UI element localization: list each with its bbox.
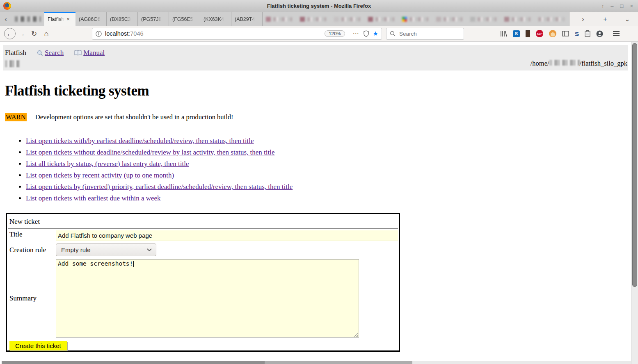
tab-close-icon[interactable]: × <box>66 16 70 22</box>
urlbar-actions: 120% ⋯ ★ <box>325 30 378 38</box>
scrollbar-thumb[interactable] <box>632 43 637 287</box>
chevron-down-icon <box>147 248 152 252</box>
tab-scroll-right-icon[interactable]: › <box>572 16 594 23</box>
divider <box>8 228 398 229</box>
warning-row: WARN Development options are set that sh… <box>5 113 233 121</box>
forward-button[interactable]: → <box>16 30 28 37</box>
tab-label: Flatfish <box>48 16 64 22</box>
favicon-redacted <box>402 17 407 22</box>
tab-ticket-3[interactable]: (PG57J8 <box>138 12 169 26</box>
site-info-icon[interactable] <box>96 31 102 37</box>
nav-link-label: Manual <box>83 49 105 57</box>
home-button[interactable]: ⌂ <box>40 30 53 37</box>
ticket-query-link[interactable]: List open tickets without deadline/sched… <box>26 148 275 156</box>
tab-redacted[interactable] <box>399 12 433 26</box>
tab-scroll-left-icon[interactable]: ‹ <box>0 12 11 26</box>
strip-segment <box>265 361 412 364</box>
window-titlebar: Flatfish ticketing system - Mozilla Fire… <box>0 0 638 12</box>
summary-label: Summary <box>8 294 56 303</box>
tab-redacted[interactable] <box>467 12 501 26</box>
window-close-icon[interactable]: × <box>630 3 633 9</box>
ticket-query-link[interactable]: List open tickets with earliest due with… <box>26 194 161 202</box>
page-actions-icon[interactable]: ⋯ <box>353 30 359 37</box>
window-maximize-icon[interactable]: □ <box>620 3 624 9</box>
tabs-menu-icon[interactable]: ⌄ <box>616 15 638 23</box>
addon-s-square-icon[interactable]: S <box>513 30 520 37</box>
ticket-query-link[interactable]: List open tickets by recent activity (up… <box>26 171 174 179</box>
bookmark-star-icon[interactable]: ★ <box>373 30 378 37</box>
library-icon[interactable] <box>500 30 507 37</box>
window-minimize-icon[interactable]: – <box>611 3 613 9</box>
clipboard-icon[interactable] <box>585 30 590 37</box>
zoom-indicator[interactable]: 120% <box>325 30 345 37</box>
back-icon: ← <box>7 30 14 37</box>
tracking-shield-icon[interactable] <box>363 30 369 37</box>
title-label: Title <box>8 230 56 239</box>
search-input[interactable] <box>398 30 452 37</box>
strip-segment <box>412 361 638 364</box>
search-icon <box>390 31 396 36</box>
tab-redacted[interactable] <box>331 12 365 26</box>
redacted-tab-label <box>444 17 462 21</box>
toolbar-addons: S ABP S <box>500 30 620 37</box>
url-port: :7046 <box>128 30 143 37</box>
url-text: localhost:7046 <box>105 30 144 37</box>
strip-segment <box>2 361 265 364</box>
ticket-query-link[interactable]: List all tickets by status, (reverse) la… <box>26 160 189 168</box>
adblock-plus-icon[interactable]: ABP <box>536 30 543 37</box>
summary-textarea[interactable]: Add some screenshots! <box>56 259 359 338</box>
path-suffix: /flatfish_silo_gpk <box>580 59 627 67</box>
tab-ticket-1[interactable]: (AG86G6 <box>75 12 107 26</box>
tab-redacted[interactable] <box>535 12 569 26</box>
tab-label: (KX63K4 <box>204 16 224 22</box>
ticket-query-link[interactable]: List open tickets by (inverted) priority… <box>26 183 293 191</box>
ticket-query-list: List open tickets with/by earliest deadl… <box>5 135 293 204</box>
title-input[interactable] <box>56 230 398 241</box>
favicon-redacted <box>504 17 509 22</box>
creation-rule-select[interactable]: Empty rule <box>56 243 156 256</box>
tab-label: (FG56E5 <box>172 16 193 22</box>
addon-brown-icon[interactable] <box>526 30 530 37</box>
list-item: List open tickets by (inverted) priority… <box>26 181 293 193</box>
account-icon[interactable] <box>596 30 603 37</box>
tab-ticket-5[interactable]: (KX63K4 <box>200 12 231 26</box>
addon-s-letter-icon[interactable]: S <box>575 30 579 37</box>
favicon-redacted <box>436 17 441 22</box>
tab-redacted[interactable] <box>297 12 331 26</box>
path-prefix: /home/ <box>531 59 549 67</box>
book-icon <box>74 50 82 56</box>
vertical-scrollbar[interactable] <box>631 42 638 364</box>
back-button[interactable]: ← <box>4 28 16 39</box>
window-pin-icon[interactable]: ↑ <box>601 3 604 9</box>
tab-ticket-4[interactable]: (FG56E5 <box>169 12 200 26</box>
window-controls: ↑ – □ × <box>601 3 638 9</box>
text-caret <box>133 261 134 267</box>
sidebar-toggle-icon[interactable] <box>562 31 569 36</box>
ticket-query-link[interactable]: List open tickets with/by earliest deadl… <box>26 137 254 145</box>
resize-grip[interactable] <box>354 332 358 337</box>
nav-link-search[interactable]: Search <box>37 49 64 57</box>
tab-redacted[interactable] <box>433 12 467 26</box>
reload-button[interactable]: ↻ <box>28 30 40 37</box>
url-bar[interactable]: localhost:7046 120% ⋯ ★ <box>92 28 382 40</box>
summary-text: Add some screenshots! <box>58 260 133 267</box>
create-ticket-button[interactable]: Create this ticket <box>9 341 67 350</box>
tab-redacted[interactable] <box>501 12 535 26</box>
nav-link-manual[interactable]: Manual <box>74 49 105 57</box>
tab-active-flatfish[interactable]: Flatfish × <box>44 12 75 26</box>
tab-label: (BX85C3 <box>110 16 131 22</box>
list-item: List open tickets with/by earliest deadl… <box>26 135 293 147</box>
menu-hamburger-icon[interactable] <box>613 31 620 36</box>
tab-redacted[interactable] <box>263 12 297 26</box>
greasemonkey-icon[interactable] <box>549 30 556 37</box>
new-tab-icon[interactable]: + <box>594 16 616 23</box>
divider <box>349 30 349 38</box>
tab-redacted[interactable] <box>11 12 44 26</box>
search-bar[interactable] <box>386 28 464 40</box>
tab-ticket-6[interactable]: (AB29T4 <box>231 12 263 26</box>
tab-ticket-2[interactable]: (BX85C3 <box>107 12 138 26</box>
redacted-tab-label <box>512 17 531 21</box>
redacted-tab-label <box>375 17 394 21</box>
url-host: localhost <box>105 30 128 37</box>
tab-redacted[interactable] <box>365 12 399 26</box>
